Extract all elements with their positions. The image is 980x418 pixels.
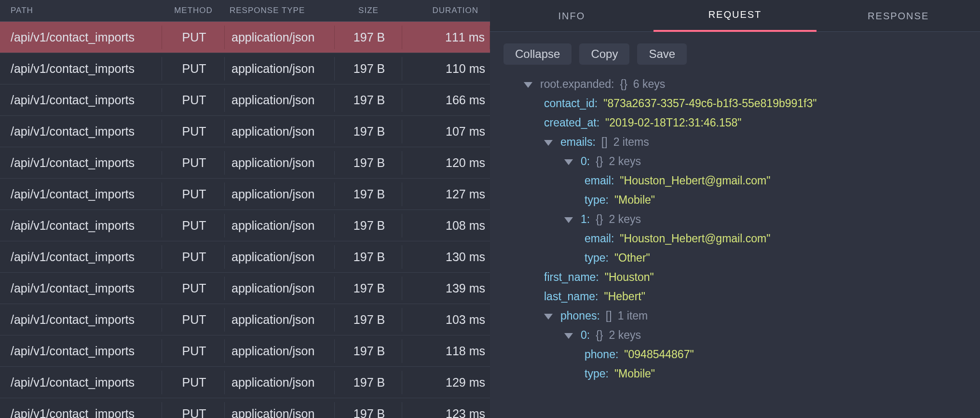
chevron-down-icon[interactable] [544,314,553,320]
cell-resp: application/json [225,339,335,363]
cell-method: PUT [162,277,225,300]
cell-size: 197 B [335,26,402,49]
json-node-emails-1[interactable]: 1:{}2 keys [504,209,966,229]
cell-resp: application/json [225,88,335,112]
tab-response[interactable]: RESPONSE [817,0,980,32]
header-path[interactable]: PATH [0,0,162,21]
cell-size: 197 B [335,151,402,175]
cell-method: PUT [162,26,225,49]
cell-resp: application/json [225,371,335,394]
cell-method: PUT [162,120,225,143]
table-row[interactable]: /api/v1/contact_importsPUTapplication/js… [0,116,490,147]
cell-dur: 130 ms [402,245,490,269]
cell-resp: application/json [225,182,335,206]
header-duration[interactable]: DURATION [402,0,490,21]
cell-resp: application/json [225,120,335,143]
cell-size: 197 B [335,214,402,237]
json-node-phones-0[interactable]: 0:{}2 keys [504,325,966,345]
chevron-down-icon[interactable] [564,333,573,339]
tab-info[interactable]: INFO [490,0,653,32]
table-row[interactable]: /api/v1/contact_importsPUTapplication/js… [0,53,490,84]
save-button[interactable]: Save [637,43,687,65]
json-tree: root.expanded:{}6 keys contact_id:"873a2… [490,74,980,393]
json-node-type[interactable]: type:"Mobile" [504,190,966,209]
cell-path: /api/v1/contact_imports [0,26,162,49]
json-node-first-name[interactable]: first_name:"Houston" [504,267,966,287]
cell-path: /api/v1/contact_imports [0,151,162,175]
cell-method: PUT [162,151,225,175]
cell-dur: 111 ms [402,26,490,49]
cell-path: /api/v1/contact_imports [0,182,162,206]
table-row[interactable]: /api/v1/contact_importsPUTapplication/js… [0,367,490,398]
table-row[interactable]: /api/v1/contact_importsPUTapplication/js… [0,273,490,304]
cell-size: 197 B [335,57,402,81]
cell-path: /api/v1/contact_imports [0,402,162,418]
header-size[interactable]: SIZE [335,0,402,21]
cell-path: /api/v1/contact_imports [0,120,162,143]
table-row[interactable]: /api/v1/contact_importsPUTapplication/js… [0,241,490,273]
cell-size: 197 B [335,339,402,363]
table-header: PATH METHOD RESPONSE TYPE SIZE DURATION [0,0,490,22]
cell-resp: application/json [225,402,335,418]
cell-method: PUT [162,402,225,418]
json-node-email[interactable]: email:"Houston_Hebert@gmail.com" [504,171,966,190]
table-row[interactable]: /api/v1/contact_importsPUTapplication/js… [0,304,490,335]
table-row[interactable]: /api/v1/contact_importsPUTapplication/js… [0,84,490,116]
request-table: PATH METHOD RESPONSE TYPE SIZE DURATION … [0,0,490,418]
header-resp[interactable]: RESPONSE TYPE [225,0,335,21]
table-row[interactable]: /api/v1/contact_importsPUTapplication/js… [0,147,490,179]
cell-resp: application/json [225,308,335,332]
table-row[interactable]: /api/v1/contact_importsPUTapplication/js… [0,179,490,210]
collapse-button[interactable]: Collapse [504,43,572,65]
table-row[interactable]: /api/v1/contact_importsPUTapplication/js… [0,210,490,241]
cell-size: 197 B [335,182,402,206]
cell-dur: 139 ms [402,277,490,300]
json-node-last-name[interactable]: last_name:"Hebert" [504,287,966,306]
cell-size: 197 B [335,277,402,300]
copy-button[interactable]: Copy [579,43,629,65]
cell-dur: 110 ms [402,57,490,81]
table-body: /api/v1/contact_importsPUTapplication/js… [0,22,490,418]
cell-dur: 166 ms [402,88,490,112]
cell-dur: 123 ms [402,402,490,418]
cell-resp: application/json [225,151,335,175]
json-node-created-at[interactable]: created_at:"2019-02-18T12:31:46.158" [504,113,966,132]
cell-path: /api/v1/contact_imports [0,308,162,332]
chevron-down-icon[interactable] [524,82,532,88]
cell-path: /api/v1/contact_imports [0,277,162,300]
cell-dur: 107 ms [402,120,490,143]
json-node-type[interactable]: type:"Mobile" [504,364,966,383]
cell-dur: 118 ms [402,339,490,363]
cell-dur: 127 ms [402,182,490,206]
cell-size: 197 B [335,402,402,418]
table-row[interactable]: /api/v1/contact_importsPUTapplication/js… [0,335,490,367]
json-node-phone[interactable]: phone:"0948544867" [504,345,966,364]
chevron-down-icon[interactable] [564,159,573,165]
json-node-emails[interactable]: emails:[]2 items [504,132,966,152]
cell-method: PUT [162,88,225,112]
chevron-down-icon[interactable] [544,140,553,146]
cell-dur: 120 ms [402,151,490,175]
tab-request[interactable]: REQUEST [653,0,817,32]
tabs: INFO REQUEST RESPONSE [490,0,980,32]
cell-method: PUT [162,57,225,81]
cell-method: PUT [162,245,225,269]
cell-size: 197 B [335,371,402,394]
json-node-phones[interactable]: phones:[]1 item [504,306,966,325]
cell-method: PUT [162,371,225,394]
json-node-emails-0[interactable]: 0:{}2 keys [504,152,966,171]
cell-size: 197 B [335,245,402,269]
cell-resp: application/json [225,245,335,269]
json-node-type[interactable]: type:"Other" [504,248,966,267]
cell-size: 197 B [335,88,402,112]
chevron-down-icon[interactable] [564,217,573,223]
header-method[interactable]: METHOD [162,0,225,21]
json-node-email[interactable]: email:"Houston_Hebert@gmail.com" [504,229,966,248]
cell-method: PUT [162,339,225,363]
table-row[interactable]: /api/v1/contact_importsPUTapplication/js… [0,398,490,418]
table-row[interactable]: /api/v1/contact_importsPUTapplication/js… [0,22,490,53]
cell-resp: application/json [225,277,335,300]
cell-size: 197 B [335,308,402,332]
json-node-contact-id[interactable]: contact_id:"873a2637-3357-49c6-b1f3-55e8… [504,94,966,113]
json-node-root[interactable]: root.expanded:{}6 keys [504,74,966,94]
